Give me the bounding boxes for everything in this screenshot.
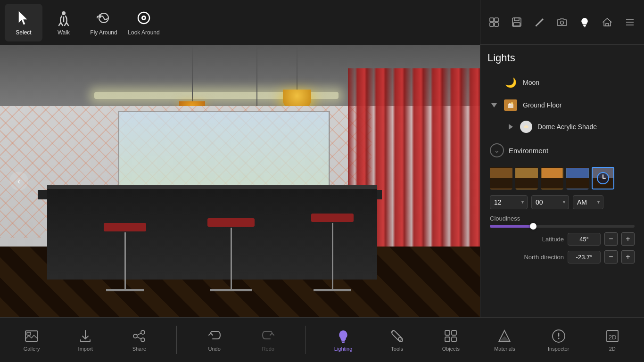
latitude-label: Latitude <box>490 236 564 243</box>
walk-button[interactable]: Walk <box>45 4 83 41</box>
sky-presets <box>490 167 635 189</box>
undo-label: Undo <box>208 346 220 352</box>
svg-rect-7 <box>495 18 498 22</box>
cloudiness-label: Cloudiness <box>490 215 635 222</box>
materials-button[interactable]: Materials <box>488 325 521 355</box>
moon-label: Moon <box>523 79 539 86</box>
svg-point-30 <box>133 334 137 338</box>
lighting-button[interactable]: Lighting <box>327 325 360 355</box>
ground-floor-expand-icon <box>490 101 498 109</box>
svg-rect-12 <box>513 23 520 26</box>
inspector-label: Inspector <box>548 346 569 352</box>
svg-point-0 <box>62 11 66 15</box>
walk-label: Walk <box>58 29 70 36</box>
bar-stool-3 <box>311 214 354 291</box>
clock-icon <box>593 168 613 189</box>
hour-select[interactable]: 12 123 456 789 1011 <box>490 195 528 209</box>
latitude-increase[interactable]: + <box>621 232 635 246</box>
undo-button[interactable]: Undo <box>198 325 231 355</box>
sky-preset-2[interactable] <box>515 167 538 189</box>
share-label: Share <box>132 346 146 352</box>
svg-rect-35 <box>342 342 345 343</box>
gallery-button[interactable]: Gallery <box>15 325 48 355</box>
tools-button[interactable]: Tools <box>380 325 413 355</box>
dome-label: Dome Acrylic Shade <box>537 123 597 131</box>
sky-preset-1[interactable] <box>490 167 512 189</box>
moon-icon: 🌙 <box>503 75 518 90</box>
minute-select-wrap: 00 153045 <box>531 195 569 209</box>
latitude-decrease[interactable]: − <box>604 232 618 246</box>
redo-button[interactable]: Redo <box>252 325 285 355</box>
panel-icon-home[interactable] <box>597 12 617 32</box>
moon-expand-icon <box>490 78 498 87</box>
dome-icon <box>520 120 533 133</box>
north-direction-increase[interactable]: + <box>621 250 635 263</box>
time-row: 12 123 456 789 1011 00 153045 AM PM <box>490 195 635 209</box>
light-item-moon[interactable]: 🌙 Moon <box>487 71 637 94</box>
period-select[interactable]: AM PM <box>573 195 603 209</box>
lighting-label: Lighting <box>334 346 353 352</box>
panel-icon-camera[interactable] <box>552 12 572 32</box>
svg-rect-6 <box>490 18 494 22</box>
sky-preset-5[interactable] <box>592 167 614 189</box>
svg-point-22 <box>511 102 513 104</box>
svg-line-32 <box>137 333 141 335</box>
north-direction-input[interactable] <box>568 251 601 263</box>
svg-rect-34 <box>341 340 345 342</box>
fly-around-label: Fly Around <box>90 29 117 36</box>
environment-header[interactable]: ⌄ Environment <box>487 140 637 161</box>
minute-select[interactable]: 00 153045 <box>531 195 569 209</box>
materials-label: Materials <box>494 346 515 352</box>
svg-rect-8 <box>490 23 494 26</box>
latitude-input[interactable] <box>568 233 601 246</box>
objects-label: Objects <box>442 346 460 352</box>
viewport[interactable]: ‹ <box>0 45 480 317</box>
svg-rect-15 <box>584 26 586 27</box>
sky-preset-3[interactable] <box>541 167 563 189</box>
inspector-button[interactable]: Inspector <box>542 325 575 355</box>
svg-rect-39 <box>445 337 450 342</box>
divider-2 <box>305 326 306 354</box>
sky-preset-4[interactable] <box>566 167 589 189</box>
bar-stool-1 <box>104 223 146 291</box>
import-button[interactable]: Import <box>69 325 102 355</box>
svg-point-23 <box>524 125 528 128</box>
right-panel: Lights 🌙 Moon Ground Floor <box>480 0 644 317</box>
panel-icon-objects[interactable] <box>484 12 504 32</box>
north-direction-decrease[interactable]: − <box>604 250 618 263</box>
light-item-dome[interactable]: Dome Acrylic Shade <box>487 116 637 137</box>
panel-icon-list[interactable] <box>620 12 640 32</box>
svg-point-36 <box>398 337 401 340</box>
nav-arrow-left[interactable]: ‹ <box>9 172 28 190</box>
twod-button[interactable]: 2D 2D <box>596 325 629 355</box>
ground-floor-icon <box>503 98 518 113</box>
svg-rect-11 <box>514 18 519 21</box>
panel-icon-lighting[interactable] <box>575 12 594 32</box>
svg-point-31 <box>141 338 145 342</box>
select-button[interactable]: Select <box>5 4 42 41</box>
objects-button[interactable]: Objects <box>434 325 467 355</box>
period-select-wrap: AM PM <box>573 195 603 209</box>
look-around-button[interactable]: Look Around <box>125 4 163 41</box>
environment-label: Environment <box>509 147 548 155</box>
svg-point-13 <box>561 21 564 25</box>
ground-floor-label: Ground Floor <box>523 101 561 109</box>
light-item-ground-floor[interactable]: Ground Floor <box>487 94 637 116</box>
top-toolbar: Select Walk Fly Around Look Around <box>0 0 480 45</box>
twod-label: 2D <box>609 346 616 352</box>
svg-rect-37 <box>445 330 450 335</box>
redo-label: Redo <box>262 346 274 352</box>
fly-around-button[interactable]: Fly Around <box>85 4 123 41</box>
environment-chevron: ⌄ <box>490 143 504 157</box>
north-direction-label: North direction <box>490 254 564 261</box>
svg-rect-38 <box>452 330 456 335</box>
gallery-label: Gallery <box>24 346 40 352</box>
pendant-light-3 <box>283 45 311 111</box>
svg-point-29 <box>141 330 145 334</box>
panel-icon-paint[interactable] <box>529 12 549 32</box>
svg-line-33 <box>137 337 141 339</box>
panel-icon-save[interactable] <box>507 12 527 32</box>
svg-rect-28 <box>27 332 31 335</box>
share-button[interactable]: Share <box>123 325 156 355</box>
cloudiness-slider[interactable] <box>490 225 635 228</box>
